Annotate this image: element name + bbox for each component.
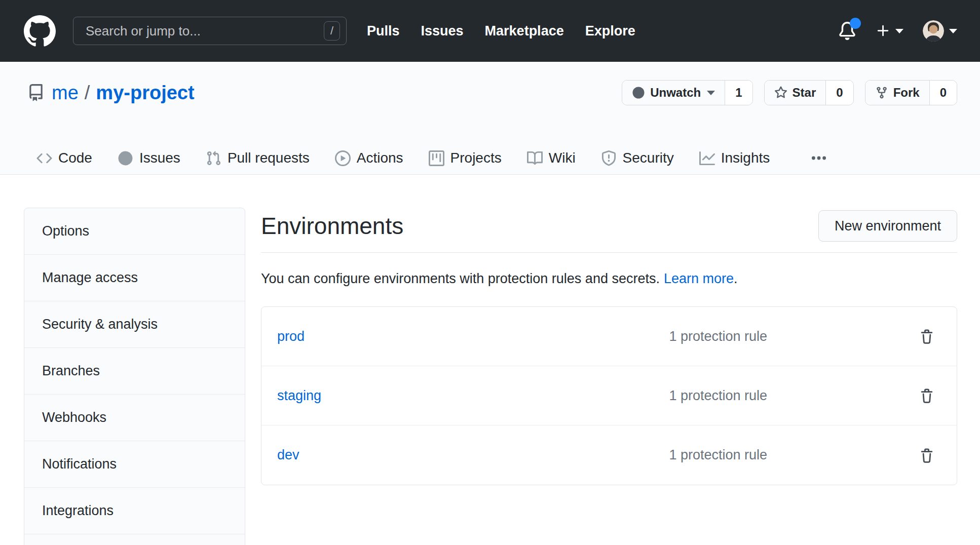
tab-insights[interactable]: Insights xyxy=(687,142,783,174)
sentence-period: . xyxy=(734,271,738,286)
star-button[interactable]: Star xyxy=(765,81,826,105)
issue-opened-icon xyxy=(118,150,133,166)
notifications-button[interactable] xyxy=(838,22,856,40)
eye-icon xyxy=(632,86,645,99)
star-button-group: Star 0 xyxy=(764,80,854,105)
repo-tab-bar: Code Issues Pull requests Actions xyxy=(24,142,957,174)
user-menu[interactable] xyxy=(923,20,957,42)
global-nav: Pulls Issues Marketplace Explore xyxy=(367,23,635,39)
repo-action-buttons: Unwatch 1 Star 0 Fork xyxy=(622,80,957,105)
header-right-cluster xyxy=(838,20,957,42)
fork-button[interactable]: Fork xyxy=(865,81,929,105)
protection-rule-count: 1 protection rule xyxy=(669,329,767,344)
learn-more-link[interactable]: Learn more xyxy=(664,271,734,286)
tab-insights-label: Insights xyxy=(721,150,770,166)
tab-wiki[interactable]: Wiki xyxy=(514,142,588,174)
tab-issues-label: Issues xyxy=(139,150,180,166)
code-icon xyxy=(36,150,52,166)
github-mark-icon xyxy=(24,15,56,47)
nav-marketplace[interactable]: Marketplace xyxy=(485,23,564,39)
chevron-down-icon xyxy=(895,29,903,33)
environment-link-dev[interactable]: dev xyxy=(277,447,299,463)
avatar xyxy=(923,20,944,42)
shield-icon xyxy=(601,150,617,166)
tab-code-label: Code xyxy=(58,150,92,166)
breadcrumb-separator: / xyxy=(85,82,90,104)
tab-overflow-button[interactable] xyxy=(804,150,834,166)
watch-count[interactable]: 1 xyxy=(725,81,752,105)
description-text: You can configure environments with prot… xyxy=(261,271,660,286)
environment-link-staging[interactable]: staging xyxy=(277,388,321,404)
kebab-horizontal-icon xyxy=(811,150,827,166)
sidebar-item-security-analysis[interactable]: Security & analysis xyxy=(24,301,245,348)
trash-icon xyxy=(919,448,934,463)
git-pull-request-icon xyxy=(206,150,221,166)
tab-issues[interactable]: Issues xyxy=(105,142,193,174)
sidebar-item-options[interactable]: Options xyxy=(24,208,245,255)
sidebar-item-webhooks[interactable]: Webhooks xyxy=(24,395,245,441)
project-icon xyxy=(429,150,444,166)
page-title: Environments xyxy=(261,212,403,240)
tab-projects-label: Projects xyxy=(450,150,502,166)
tab-wiki-label: Wiki xyxy=(549,150,576,166)
tab-actions-label: Actions xyxy=(357,150,403,166)
sidebar-item-manage-access[interactable]: Manage access xyxy=(24,255,245,301)
environment-row-dev: dev 1 protection rule xyxy=(261,425,957,485)
delete-environment-button[interactable] xyxy=(919,388,934,403)
unwatch-button[interactable]: Unwatch xyxy=(622,81,725,105)
tab-pull-requests-label: Pull requests xyxy=(228,150,310,166)
graph-icon xyxy=(699,150,715,166)
settings-sidebar: Options Manage access Security & analysi… xyxy=(24,208,245,545)
plus-icon xyxy=(876,23,891,38)
environment-row-staging: staging 1 protection rule xyxy=(261,366,957,425)
unwatch-label: Unwatch xyxy=(650,86,701,100)
create-new-dropdown[interactable] xyxy=(876,23,903,38)
tab-security-label: Security xyxy=(623,150,674,166)
repo-title-row: me / my-project Unwatch 1 xyxy=(24,80,957,105)
tab-actions[interactable]: Actions xyxy=(322,142,416,174)
tab-code[interactable]: Code xyxy=(24,142,105,174)
nav-explore[interactable]: Explore xyxy=(585,23,635,39)
tab-pull-requests[interactable]: Pull requests xyxy=(193,142,322,174)
sidebar-item-integrations[interactable]: Integrations xyxy=(24,488,245,534)
repo-name-link[interactable]: my-project xyxy=(96,82,194,104)
sidebar-item-notifications[interactable]: Notifications xyxy=(24,441,245,488)
environments-header: Environments New environment xyxy=(261,210,957,253)
book-icon xyxy=(527,150,543,166)
protection-rule-count: 1 protection rule xyxy=(669,447,767,463)
delete-environment-button[interactable] xyxy=(919,448,934,463)
environment-row-prod: prod 1 protection rule xyxy=(261,307,957,366)
new-environment-button[interactable]: New environment xyxy=(818,210,957,242)
search-input[interactable] xyxy=(85,23,324,40)
play-icon xyxy=(335,150,351,166)
tab-projects[interactable]: Projects xyxy=(416,142,514,174)
breadcrumb: me / my-project xyxy=(52,82,195,104)
nav-issues[interactable]: Issues xyxy=(421,23,464,39)
repo-owner-link[interactable]: me xyxy=(52,82,79,104)
settings-content: Options Manage access Security & analysi… xyxy=(0,175,980,545)
unread-notification-dot xyxy=(850,18,861,29)
star-icon xyxy=(774,86,787,99)
trash-icon xyxy=(919,329,934,344)
chevron-down-icon xyxy=(707,91,715,95)
chevron-down-icon xyxy=(949,29,957,33)
environments-description: You can configure environments with prot… xyxy=(261,269,957,288)
delete-environment-button[interactable] xyxy=(919,329,934,344)
github-logo[interactable] xyxy=(24,15,56,47)
repo-forked-icon xyxy=(875,86,888,99)
protection-rule-count: 1 protection rule xyxy=(669,388,767,404)
global-header: / Pulls Issues Marketplace Explore xyxy=(0,0,980,62)
global-search: / xyxy=(73,17,347,45)
repo-icon xyxy=(27,84,45,101)
sidebar-item-branches[interactable]: Branches xyxy=(24,348,245,395)
nav-pulls[interactable]: Pulls xyxy=(367,23,400,39)
avatar-image xyxy=(923,20,944,42)
repo-header: me / my-project Unwatch 1 xyxy=(0,62,980,175)
fork-count[interactable]: 0 xyxy=(929,81,957,105)
environment-link-prod[interactable]: prod xyxy=(277,329,305,344)
tab-security[interactable]: Security xyxy=(588,142,687,174)
environments-panel: Environments New environment You can con… xyxy=(261,208,957,485)
trash-icon xyxy=(919,388,934,403)
star-count[interactable]: 0 xyxy=(825,81,853,105)
watch-button-group: Unwatch 1 xyxy=(622,80,752,105)
